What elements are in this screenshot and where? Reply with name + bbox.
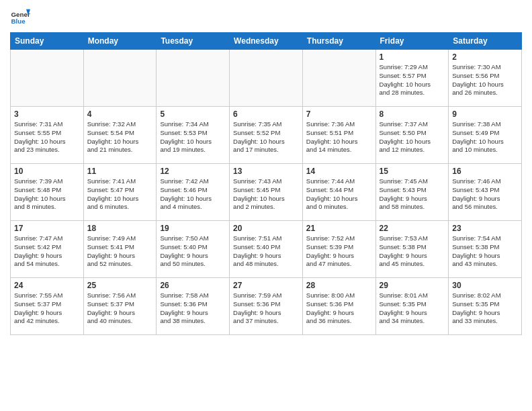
calendar-cell: 24Sunrise: 7:55 AM Sunset: 5:37 PM Dayli…	[11, 278, 84, 335]
day-info: Sunrise: 8:01 AM Sunset: 5:35 PM Dayligh…	[380, 291, 445, 326]
calendar-cell: 2Sunrise: 7:30 AM Sunset: 5:56 PM Daylig…	[449, 50, 522, 107]
column-header-sunday: Sunday	[11, 33, 84, 50]
day-number: 9	[452, 109, 518, 119]
calendar-cell: 12Sunrise: 7:42 AM Sunset: 5:46 PM Dayli…	[157, 164, 230, 221]
day-info: Sunrise: 7:38 AM Sunset: 5:49 PM Dayligh…	[452, 120, 518, 154]
calendar-cell: 10Sunrise: 7:39 AM Sunset: 5:48 PM Dayli…	[11, 164, 84, 221]
day-number: 8	[380, 109, 445, 119]
calendar-cell: 1Sunrise: 7:29 AM Sunset: 5:57 PM Daylig…	[375, 50, 449, 107]
calendar-cell	[230, 50, 303, 107]
calendar-week-4: 17Sunrise: 7:47 AM Sunset: 5:42 PM Dayli…	[11, 221, 522, 278]
day-number: 17	[14, 224, 80, 233]
page-header: General Blue	[10, 7, 522, 27]
calendar-week-5: 24Sunrise: 7:55 AM Sunset: 5:37 PM Dayli…	[11, 278, 522, 335]
calendar-cell	[11, 50, 84, 107]
column-header-friday: Friday	[375, 33, 449, 50]
day-info: Sunrise: 7:58 AM Sunset: 5:36 PM Dayligh…	[160, 291, 226, 326]
day-number: 18	[87, 224, 153, 233]
logo-icon: General Blue	[10, 7, 30, 27]
calendar-cell	[302, 50, 375, 107]
calendar-cell: 28Sunrise: 8:00 AM Sunset: 5:36 PM Dayli…	[302, 278, 375, 335]
day-number: 22	[380, 224, 445, 233]
calendar-cell: 29Sunrise: 8:01 AM Sunset: 5:35 PM Dayli…	[375, 278, 449, 335]
day-number: 11	[87, 167, 153, 176]
calendar-cell	[157, 50, 230, 107]
day-info: Sunrise: 7:35 AM Sunset: 5:52 PM Dayligh…	[233, 120, 299, 154]
day-info: Sunrise: 7:37 AM Sunset: 5:50 PM Dayligh…	[380, 120, 445, 154]
calendar-cell: 21Sunrise: 7:52 AM Sunset: 5:39 PM Dayli…	[302, 221, 375, 278]
day-number: 28	[306, 281, 372, 290]
day-info: Sunrise: 7:36 AM Sunset: 5:51 PM Dayligh…	[306, 120, 372, 154]
calendar-cell: 27Sunrise: 7:59 AM Sunset: 5:36 PM Dayli…	[230, 278, 303, 335]
day-number: 15	[380, 167, 445, 176]
day-info: Sunrise: 7:52 AM Sunset: 5:39 PM Dayligh…	[306, 234, 372, 269]
day-number: 7	[306, 109, 372, 119]
day-number: 30	[452, 281, 518, 290]
calendar-cell: 6Sunrise: 7:35 AM Sunset: 5:52 PM Daylig…	[230, 107, 303, 164]
calendar-cell: 15Sunrise: 7:45 AM Sunset: 5:43 PM Dayli…	[375, 164, 449, 221]
calendar-cell: 25Sunrise: 7:56 AM Sunset: 5:37 PM Dayli…	[83, 278, 157, 335]
day-info: Sunrise: 7:49 AM Sunset: 5:41 PM Dayligh…	[87, 234, 153, 269]
day-info: Sunrise: 7:47 AM Sunset: 5:42 PM Dayligh…	[14, 234, 80, 269]
calendar-cell: 13Sunrise: 7:43 AM Sunset: 5:45 PM Dayli…	[230, 164, 303, 221]
calendar-cell: 23Sunrise: 7:54 AM Sunset: 5:38 PM Dayli…	[449, 221, 522, 278]
day-info: Sunrise: 7:44 AM Sunset: 5:44 PM Dayligh…	[306, 177, 372, 212]
calendar-cell	[83, 50, 157, 107]
day-info: Sunrise: 7:46 AM Sunset: 5:43 PM Dayligh…	[452, 177, 518, 212]
day-info: Sunrise: 7:56 AM Sunset: 5:37 PM Dayligh…	[87, 291, 153, 326]
day-number: 21	[306, 224, 372, 233]
day-number: 3	[14, 109, 80, 119]
calendar-cell: 19Sunrise: 7:50 AM Sunset: 5:40 PM Dayli…	[157, 221, 230, 278]
day-info: Sunrise: 7:53 AM Sunset: 5:38 PM Dayligh…	[380, 234, 445, 269]
day-info: Sunrise: 7:29 AM Sunset: 5:57 PM Dayligh…	[380, 63, 445, 97]
day-info: Sunrise: 7:41 AM Sunset: 5:47 PM Dayligh…	[87, 177, 153, 212]
day-info: Sunrise: 7:30 AM Sunset: 5:56 PM Dayligh…	[452, 63, 518, 97]
day-info: Sunrise: 7:34 AM Sunset: 5:53 PM Dayligh…	[160, 120, 226, 154]
day-info: Sunrise: 7:31 AM Sunset: 5:55 PM Dayligh…	[14, 120, 80, 154]
day-number: 26	[160, 281, 226, 290]
day-info: Sunrise: 7:32 AM Sunset: 5:54 PM Dayligh…	[87, 120, 153, 154]
day-info: Sunrise: 7:59 AM Sunset: 5:36 PM Dayligh…	[233, 291, 299, 326]
day-info: Sunrise: 7:42 AM Sunset: 5:46 PM Dayligh…	[160, 177, 226, 212]
column-header-saturday: Saturday	[449, 33, 522, 50]
calendar-cell: 7Sunrise: 7:36 AM Sunset: 5:51 PM Daylig…	[302, 107, 375, 164]
day-info: Sunrise: 7:54 AM Sunset: 5:38 PM Dayligh…	[452, 234, 518, 269]
day-info: Sunrise: 8:00 AM Sunset: 5:36 PM Dayligh…	[306, 291, 372, 326]
day-number: 1	[380, 52, 445, 62]
day-number: 12	[160, 167, 226, 176]
day-number: 13	[233, 167, 299, 176]
day-info: Sunrise: 7:51 AM Sunset: 5:40 PM Dayligh…	[233, 234, 299, 269]
day-number: 4	[87, 109, 153, 119]
calendar-cell: 17Sunrise: 7:47 AM Sunset: 5:42 PM Dayli…	[11, 221, 84, 278]
day-number: 6	[233, 109, 299, 119]
calendar-cell: 22Sunrise: 7:53 AM Sunset: 5:38 PM Dayli…	[375, 221, 449, 278]
calendar-cell: 14Sunrise: 7:44 AM Sunset: 5:44 PM Dayli…	[302, 164, 375, 221]
column-header-thursday: Thursday	[302, 33, 375, 50]
calendar-cell: 4Sunrise: 7:32 AM Sunset: 5:54 PM Daylig…	[83, 107, 157, 164]
calendar-cell: 11Sunrise: 7:41 AM Sunset: 5:47 PM Dayli…	[83, 164, 157, 221]
calendar-week-3: 10Sunrise: 7:39 AM Sunset: 5:48 PM Dayli…	[11, 164, 522, 221]
day-number: 29	[380, 281, 445, 290]
calendar-cell: 3Sunrise: 7:31 AM Sunset: 5:55 PM Daylig…	[11, 107, 84, 164]
day-number: 16	[452, 167, 518, 176]
svg-text:Blue: Blue	[11, 17, 26, 25]
calendar-cell: 5Sunrise: 7:34 AM Sunset: 5:53 PM Daylig…	[157, 107, 230, 164]
calendar-week-2: 3Sunrise: 7:31 AM Sunset: 5:55 PM Daylig…	[11, 107, 522, 164]
column-header-monday: Monday	[83, 33, 157, 50]
calendar-cell: 18Sunrise: 7:49 AM Sunset: 5:41 PM Dayli…	[83, 221, 157, 278]
day-number: 24	[14, 281, 80, 290]
calendar-header-row: SundayMondayTuesdayWednesdayThursdayFrid…	[11, 33, 522, 50]
day-number: 23	[452, 224, 518, 233]
column-header-tuesday: Tuesday	[157, 33, 230, 50]
day-number: 10	[14, 167, 80, 176]
day-info: Sunrise: 7:55 AM Sunset: 5:37 PM Dayligh…	[14, 291, 80, 326]
calendar-page: General Blue SundayMondayTuesdayWednesda…	[0, 0, 532, 411]
calendar-cell: 26Sunrise: 7:58 AM Sunset: 5:36 PM Dayli…	[157, 278, 230, 335]
logo: General Blue	[10, 7, 30, 27]
calendar-cell: 9Sunrise: 7:38 AM Sunset: 5:49 PM Daylig…	[449, 107, 522, 164]
calendar-cell: 20Sunrise: 7:51 AM Sunset: 5:40 PM Dayli…	[230, 221, 303, 278]
column-header-wednesday: Wednesday	[230, 33, 303, 50]
day-info: Sunrise: 7:45 AM Sunset: 5:43 PM Dayligh…	[380, 177, 445, 212]
day-info: Sunrise: 7:43 AM Sunset: 5:45 PM Dayligh…	[233, 177, 299, 212]
day-info: Sunrise: 7:39 AM Sunset: 5:48 PM Dayligh…	[14, 177, 80, 212]
